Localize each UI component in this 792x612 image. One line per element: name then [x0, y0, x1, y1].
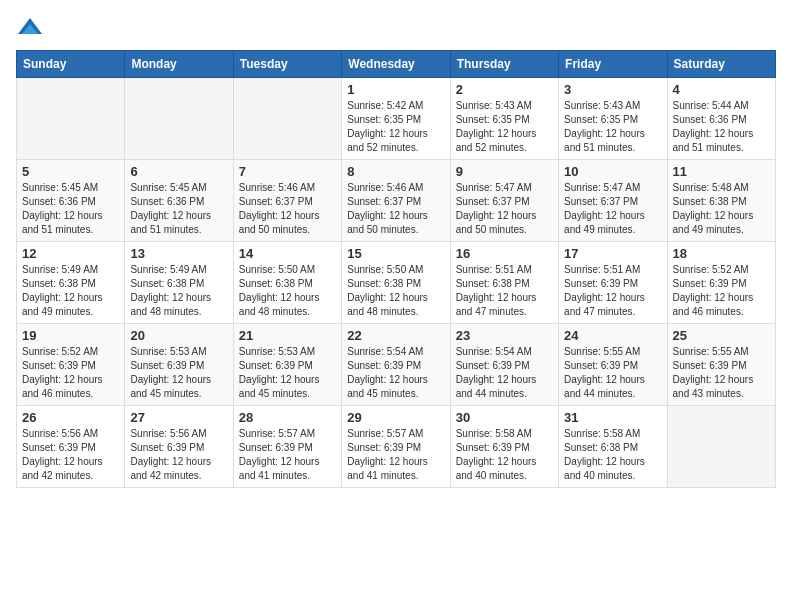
- day-number: 11: [673, 164, 770, 179]
- day-info: Sunrise: 5:46 AMSunset: 6:37 PMDaylight:…: [347, 181, 444, 237]
- day-info: Sunrise: 5:44 AMSunset: 6:36 PMDaylight:…: [673, 99, 770, 155]
- calendar-cell: 31Sunrise: 5:58 AMSunset: 6:38 PMDayligh…: [559, 406, 667, 488]
- day-info: Sunrise: 5:56 AMSunset: 6:39 PMDaylight:…: [130, 427, 227, 483]
- day-number: 24: [564, 328, 661, 343]
- calendar-cell: 24Sunrise: 5:55 AMSunset: 6:39 PMDayligh…: [559, 324, 667, 406]
- calendar-cell: [125, 78, 233, 160]
- calendar-cell: 23Sunrise: 5:54 AMSunset: 6:39 PMDayligh…: [450, 324, 558, 406]
- day-info: Sunrise: 5:45 AMSunset: 6:36 PMDaylight:…: [22, 181, 119, 237]
- day-info: Sunrise: 5:43 AMSunset: 6:35 PMDaylight:…: [564, 99, 661, 155]
- day-number: 18: [673, 246, 770, 261]
- day-number: 4: [673, 82, 770, 97]
- calendar-week-row: 19Sunrise: 5:52 AMSunset: 6:39 PMDayligh…: [17, 324, 776, 406]
- day-number: 9: [456, 164, 553, 179]
- calendar-cell: 9Sunrise: 5:47 AMSunset: 6:37 PMDaylight…: [450, 160, 558, 242]
- calendar-cell: [667, 406, 775, 488]
- day-number: 12: [22, 246, 119, 261]
- calendar-cell: 20Sunrise: 5:53 AMSunset: 6:39 PMDayligh…: [125, 324, 233, 406]
- day-number: 16: [456, 246, 553, 261]
- calendar-cell: 10Sunrise: 5:47 AMSunset: 6:37 PMDayligh…: [559, 160, 667, 242]
- day-info: Sunrise: 5:43 AMSunset: 6:35 PMDaylight:…: [456, 99, 553, 155]
- calendar-cell: 28Sunrise: 5:57 AMSunset: 6:39 PMDayligh…: [233, 406, 341, 488]
- calendar-cell: 27Sunrise: 5:56 AMSunset: 6:39 PMDayligh…: [125, 406, 233, 488]
- day-info: Sunrise: 5:55 AMSunset: 6:39 PMDaylight:…: [564, 345, 661, 401]
- day-info: Sunrise: 5:57 AMSunset: 6:39 PMDaylight:…: [239, 427, 336, 483]
- calendar-cell: 13Sunrise: 5:49 AMSunset: 6:38 PMDayligh…: [125, 242, 233, 324]
- day-number: 10: [564, 164, 661, 179]
- day-number: 20: [130, 328, 227, 343]
- calendar-cell: 7Sunrise: 5:46 AMSunset: 6:37 PMDaylight…: [233, 160, 341, 242]
- calendar-week-row: 12Sunrise: 5:49 AMSunset: 6:38 PMDayligh…: [17, 242, 776, 324]
- day-header-wednesday: Wednesday: [342, 51, 450, 78]
- day-header-saturday: Saturday: [667, 51, 775, 78]
- day-info: Sunrise: 5:50 AMSunset: 6:38 PMDaylight:…: [347, 263, 444, 319]
- calendar-cell: 22Sunrise: 5:54 AMSunset: 6:39 PMDayligh…: [342, 324, 450, 406]
- day-info: Sunrise: 5:51 AMSunset: 6:39 PMDaylight:…: [564, 263, 661, 319]
- day-info: Sunrise: 5:54 AMSunset: 6:39 PMDaylight:…: [456, 345, 553, 401]
- calendar-cell: 16Sunrise: 5:51 AMSunset: 6:38 PMDayligh…: [450, 242, 558, 324]
- calendar-cell: 17Sunrise: 5:51 AMSunset: 6:39 PMDayligh…: [559, 242, 667, 324]
- day-info: Sunrise: 5:55 AMSunset: 6:39 PMDaylight:…: [673, 345, 770, 401]
- day-info: Sunrise: 5:45 AMSunset: 6:36 PMDaylight:…: [130, 181, 227, 237]
- day-number: 31: [564, 410, 661, 425]
- calendar-cell: 3Sunrise: 5:43 AMSunset: 6:35 PMDaylight…: [559, 78, 667, 160]
- day-info: Sunrise: 5:49 AMSunset: 6:38 PMDaylight:…: [130, 263, 227, 319]
- calendar-cell: 14Sunrise: 5:50 AMSunset: 6:38 PMDayligh…: [233, 242, 341, 324]
- day-header-monday: Monday: [125, 51, 233, 78]
- day-number: 28: [239, 410, 336, 425]
- logo-icon: [16, 16, 44, 38]
- day-number: 13: [130, 246, 227, 261]
- day-info: Sunrise: 5:46 AMSunset: 6:37 PMDaylight:…: [239, 181, 336, 237]
- calendar-cell: 29Sunrise: 5:57 AMSunset: 6:39 PMDayligh…: [342, 406, 450, 488]
- calendar-cell: [233, 78, 341, 160]
- day-info: Sunrise: 5:56 AMSunset: 6:39 PMDaylight:…: [22, 427, 119, 483]
- day-info: Sunrise: 5:49 AMSunset: 6:38 PMDaylight:…: [22, 263, 119, 319]
- calendar-table: SundayMondayTuesdayWednesdayThursdayFrid…: [16, 50, 776, 488]
- day-number: 22: [347, 328, 444, 343]
- calendar-cell: 2Sunrise: 5:43 AMSunset: 6:35 PMDaylight…: [450, 78, 558, 160]
- day-number: 7: [239, 164, 336, 179]
- day-number: 1: [347, 82, 444, 97]
- day-number: 27: [130, 410, 227, 425]
- day-info: Sunrise: 5:48 AMSunset: 6:38 PMDaylight:…: [673, 181, 770, 237]
- day-info: Sunrise: 5:47 AMSunset: 6:37 PMDaylight:…: [564, 181, 661, 237]
- day-info: Sunrise: 5:53 AMSunset: 6:39 PMDaylight:…: [130, 345, 227, 401]
- day-info: Sunrise: 5:54 AMSunset: 6:39 PMDaylight:…: [347, 345, 444, 401]
- day-number: 23: [456, 328, 553, 343]
- calendar-cell: 12Sunrise: 5:49 AMSunset: 6:38 PMDayligh…: [17, 242, 125, 324]
- day-number: 15: [347, 246, 444, 261]
- day-info: Sunrise: 5:57 AMSunset: 6:39 PMDaylight:…: [347, 427, 444, 483]
- calendar-cell: 4Sunrise: 5:44 AMSunset: 6:36 PMDaylight…: [667, 78, 775, 160]
- day-header-sunday: Sunday: [17, 51, 125, 78]
- calendar-header-row: SundayMondayTuesdayWednesdayThursdayFrid…: [17, 51, 776, 78]
- day-number: 25: [673, 328, 770, 343]
- day-number: 30: [456, 410, 553, 425]
- day-number: 17: [564, 246, 661, 261]
- calendar-week-row: 26Sunrise: 5:56 AMSunset: 6:39 PMDayligh…: [17, 406, 776, 488]
- day-header-thursday: Thursday: [450, 51, 558, 78]
- day-info: Sunrise: 5:58 AMSunset: 6:38 PMDaylight:…: [564, 427, 661, 483]
- day-info: Sunrise: 5:58 AMSunset: 6:39 PMDaylight:…: [456, 427, 553, 483]
- calendar-cell: 30Sunrise: 5:58 AMSunset: 6:39 PMDayligh…: [450, 406, 558, 488]
- day-number: 2: [456, 82, 553, 97]
- logo: [16, 16, 46, 38]
- day-number: 26: [22, 410, 119, 425]
- day-info: Sunrise: 5:42 AMSunset: 6:35 PMDaylight:…: [347, 99, 444, 155]
- day-info: Sunrise: 5:53 AMSunset: 6:39 PMDaylight:…: [239, 345, 336, 401]
- calendar-cell: 15Sunrise: 5:50 AMSunset: 6:38 PMDayligh…: [342, 242, 450, 324]
- calendar-cell: 8Sunrise: 5:46 AMSunset: 6:37 PMDaylight…: [342, 160, 450, 242]
- day-number: 14: [239, 246, 336, 261]
- day-header-tuesday: Tuesday: [233, 51, 341, 78]
- calendar-cell: 1Sunrise: 5:42 AMSunset: 6:35 PMDaylight…: [342, 78, 450, 160]
- calendar-cell: 11Sunrise: 5:48 AMSunset: 6:38 PMDayligh…: [667, 160, 775, 242]
- day-number: 8: [347, 164, 444, 179]
- calendar-cell: 5Sunrise: 5:45 AMSunset: 6:36 PMDaylight…: [17, 160, 125, 242]
- page-header: [16, 16, 776, 38]
- day-info: Sunrise: 5:51 AMSunset: 6:38 PMDaylight:…: [456, 263, 553, 319]
- day-header-friday: Friday: [559, 51, 667, 78]
- day-info: Sunrise: 5:47 AMSunset: 6:37 PMDaylight:…: [456, 181, 553, 237]
- calendar-cell: 26Sunrise: 5:56 AMSunset: 6:39 PMDayligh…: [17, 406, 125, 488]
- day-number: 5: [22, 164, 119, 179]
- day-number: 3: [564, 82, 661, 97]
- calendar-cell: 19Sunrise: 5:52 AMSunset: 6:39 PMDayligh…: [17, 324, 125, 406]
